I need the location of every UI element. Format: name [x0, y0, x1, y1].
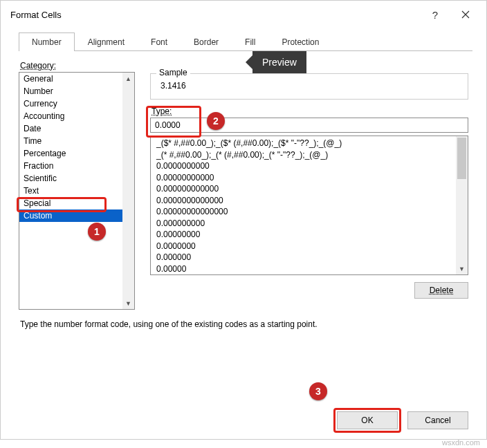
list-item[interactable]: 0.000000 — [151, 252, 456, 263]
chevron-down-icon: ▼ — [456, 263, 468, 274]
list-item[interactable]: Date — [19, 122, 122, 135]
list-item[interactable]: Text — [19, 185, 122, 197]
list-item[interactable]: Special — [19, 197, 122, 209]
list-item[interactable]: 0.00000000 — [151, 229, 456, 241]
dialog-footer: OK 3 Cancel — [1, 411, 486, 429]
delete-button[interactable]: Delete — [414, 282, 468, 299]
list-item[interactable]: 0.00000000000 — [151, 172, 456, 184]
annotation-badge-3: 3 — [309, 382, 327, 400]
tab-protection[interactable]: Protection — [268, 32, 332, 51]
list-item[interactable]: _(* #,##0.00_);_(* (#,##0.00);_(* "-"??_… — [151, 149, 456, 161]
category-list[interactable]: GeneralNumberCurrencyAccountingDateTimeP… — [19, 72, 135, 310]
list-item[interactable]: General — [19, 73, 122, 85]
category-items: GeneralNumberCurrencyAccountingDateTimeP… — [19, 73, 122, 222]
close-icon — [461, 10, 470, 19]
format-cells-dialog: Format Cells ? NumberAlignmentFontBorder… — [0, 0, 487, 440]
tab-border[interactable]: Border — [181, 32, 232, 51]
list-item[interactable]: Currency — [19, 97, 122, 110]
sample-group: Sample 3.1416 — [150, 73, 468, 100]
tab-fill[interactable]: Fill — [232, 32, 268, 51]
close-button[interactable] — [450, 2, 481, 27]
format-items: _($* #,##0.00_);_($* (#,##0.00);_($* "-"… — [151, 136, 456, 274]
list-item[interactable]: Custom — [19, 209, 122, 222]
ok-button[interactable]: OK — [337, 411, 398, 429]
sample-value: 3.1416 — [159, 81, 459, 91]
tab-number[interactable]: Number — [19, 32, 75, 51]
scrollbar-thumb[interactable] — [457, 138, 466, 179]
list-item[interactable]: 0.0000000 — [151, 241, 456, 252]
list-item[interactable]: 0.000000000000 — [151, 183, 456, 195]
chevron-up-icon: ▲ — [122, 73, 134, 84]
instruction-text: Type the number format code, using one o… — [20, 319, 467, 329]
list-item[interactable]: Scientific — [19, 172, 122, 185]
tab-alignment[interactable]: Alignment — [75, 32, 138, 51]
dialog-body: Category: GeneralNumberCurrencyAccountin… — [1, 51, 486, 333]
tab-font[interactable]: Font — [138, 32, 181, 51]
list-item[interactable]: Accounting — [19, 110, 122, 122]
list-item[interactable]: Number — [19, 85, 122, 97]
list-item[interactable]: Time — [19, 135, 122, 147]
list-item[interactable]: 0.0000000000000 — [151, 195, 456, 207]
sample-label: Sample — [156, 68, 190, 77]
cancel-button[interactable]: Cancel — [407, 411, 468, 429]
list-item[interactable]: 0.00000 — [151, 263, 456, 275]
format-scrollbar[interactable]: ▼ — [456, 136, 468, 274]
list-item[interactable]: Fraction — [19, 160, 122, 172]
list-item[interactable]: 0.0000000000 — [151, 160, 456, 172]
category-scrollbar[interactable]: ▲ ▼ — [122, 73, 134, 309]
dialog-title: Format Cells — [10, 10, 420, 20]
titlebar: Format Cells ? — [1, 1, 486, 28]
list-item[interactable]: Percentage — [19, 147, 122, 160]
list-item[interactable]: _($* #,##0.00_);_($* (#,##0.00);_($* "-"… — [151, 138, 456, 149]
type-label: Type: — [151, 106, 468, 116]
help-button[interactable]: ? — [420, 2, 450, 27]
format-list[interactable]: _($* #,##0.00_);_($* (#,##0.00);_($* "-"… — [150, 136, 468, 275]
chevron-down-icon: ▼ — [122, 297, 134, 309]
list-item[interactable]: 0.00000000000000 — [151, 206, 456, 218]
type-input[interactable] — [150, 118, 468, 133]
watermark: wsxdn.com — [442, 438, 480, 447]
category-label: Category: — [20, 61, 468, 71]
tabstrip: NumberAlignmentFontBorderFillProtection — [19, 32, 472, 51]
list-item[interactable]: 0.000000000 — [151, 218, 456, 230]
